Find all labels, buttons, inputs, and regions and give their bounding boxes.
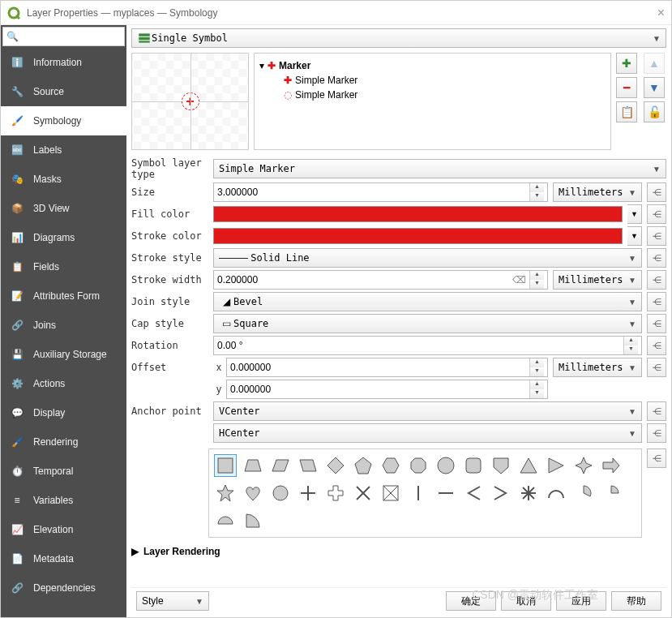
cap-style-dropdown[interactable]: ▭Square▼ [213, 314, 642, 333]
sidebar-item-joins[interactable]: 🔗Joins [1, 311, 126, 340]
sidebar-item-diagrams[interactable]: 📊Diagrams [1, 223, 126, 252]
data-override-button[interactable]: ⋲ [647, 204, 666, 224]
sidebar-item-masks[interactable]: 🎭Masks [1, 165, 126, 194]
shape-triangle-right[interactable] [545, 454, 567, 477]
shape-quarter2[interactable] [242, 509, 264, 532]
shape-plus-thick[interactable] [324, 482, 347, 504]
shape-palette[interactable] [208, 448, 642, 538]
shape-octagon[interactable] [407, 454, 430, 477]
size-input[interactable]: 3.000000▲▼ [213, 182, 548, 202]
remove-layer-button[interactable]: ━ [616, 77, 637, 98]
join-style-dropdown[interactable]: ◢Bevel▼ [213, 292, 642, 311]
sidebar-item-variables[interactable]: ≡Variables [1, 486, 126, 515]
sidebar-item-temporal[interactable]: ⏱️Temporal [1, 457, 126, 486]
sidebar-item-elevation[interactable]: 📈Elevation [1, 515, 126, 544]
size-unit-dropdown[interactable]: Millimeters▼ [553, 182, 642, 202]
sidebar-item-fields[interactable]: 📋Fields [1, 252, 126, 281]
shape-parallelogram[interactable] [269, 454, 292, 477]
sidebar-item-rendering[interactable]: 🖌️Rendering [1, 427, 126, 457]
stroke-style-dropdown[interactable]: ——— Solid Line▼ [213, 248, 642, 268]
anchor-h-dropdown[interactable]: HCenter▼ [213, 423, 642, 443]
sidebar-item-information[interactable]: ℹ️Information [1, 48, 126, 77]
shape-star5[interactable] [214, 482, 237, 504]
sidebar-item-symbology[interactable]: 🖌️Symbology [1, 106, 126, 135]
data-override-button[interactable]: ⋲ [647, 182, 666, 202]
shape-x-box[interactable] [379, 482, 402, 504]
symbol-layer-tree[interactable]: ▾✚ Marker ✚ Simple Marker ◌ Simple Marke… [254, 53, 611, 150]
shape-roundsquare[interactable] [462, 454, 485, 477]
search-input[interactable]: 🔍 [2, 27, 125, 46]
shape-diamond[interactable] [324, 454, 347, 477]
shape-hline[interactable] [434, 482, 457, 504]
shape-triangle[interactable] [517, 454, 540, 477]
symbol-mode-dropdown[interactable]: Single Symbol ▼ [131, 28, 666, 48]
help-button[interactable]: 帮助 [611, 591, 661, 611]
ok-button[interactable]: 确定 [446, 591, 496, 611]
stroke-color-dropdown[interactable]: ▼ [627, 226, 642, 246]
tree-expand-icon[interactable]: ▾ [259, 60, 264, 71]
shape-vline[interactable] [407, 482, 430, 504]
close-icon[interactable]: × [657, 6, 665, 20]
clear-icon[interactable]: ⌫ [512, 274, 526, 285]
stroke-width-input[interactable]: 0.200000⌫▲▼ [213, 270, 548, 290]
sidebar-item-dependencies[interactable]: 🔗Dependencies [1, 573, 126, 603]
data-override-button[interactable]: ⋲ [647, 336, 666, 355]
shape-shield[interactable] [490, 454, 512, 477]
data-override-button[interactable]: ⋲ [647, 314, 666, 333]
sidebar-item-metadata[interactable]: 📄Metadata [1, 544, 126, 573]
data-override-button[interactable]: ⋲ [647, 292, 666, 311]
rotation-input[interactable]: 0.00 °▲▼ [213, 336, 642, 355]
fill-color-picker[interactable] [213, 206, 623, 222]
offset-unit-dropdown[interactable]: Millimeters▼ [553, 358, 642, 377]
shape-rhombus[interactable] [297, 454, 319, 477]
data-override-button[interactable]: ⋲ [647, 226, 666, 246]
tree-child-label[interactable]: Simple Marker [295, 75, 357, 86]
shape-hexagon[interactable] [379, 454, 402, 477]
style-menu-button[interactable]: Style▼ [136, 591, 209, 611]
apply-button[interactable]: 应用 [556, 591, 606, 611]
data-override-button[interactable]: ⋲ [647, 248, 666, 268]
sidebar-item-3d-view[interactable]: 📦3D View [1, 194, 126, 223]
data-override-button[interactable]: ⋲ [647, 401, 666, 421]
stroke-color-picker[interactable] [213, 228, 623, 244]
data-override-button[interactable]: ⋲ [647, 358, 666, 377]
tree-child-label[interactable]: Simple Marker [295, 89, 357, 101]
shape-heart[interactable] [242, 482, 264, 504]
offset-y-input[interactable]: 0.000000▲▼ [226, 380, 548, 399]
cancel-button[interactable]: 取消 [501, 591, 551, 611]
add-layer-button[interactable]: ✚ [616, 53, 637, 74]
shape-asterisk[interactable] [517, 482, 540, 504]
sidebar-item-display[interactable]: 💬Display [1, 398, 126, 427]
sidebar-item-auxiliary-storage[interactable]: 💾Auxiliary Storage [1, 340, 126, 369]
lock-button[interactable]: 🔓 [644, 101, 665, 122]
shape-x[interactable] [352, 482, 375, 504]
shape-star4[interactable] [572, 454, 595, 477]
shape-square[interactable] [214, 454, 237, 477]
layer-rendering-section[interactable]: ▶Layer Rendering [131, 546, 666, 557]
shape-arrow[interactable] [600, 454, 623, 477]
duplicate-layer-button[interactable]: 📋 [616, 101, 637, 122]
shape-plus[interactable] [297, 482, 319, 504]
sidebar-item-labels[interactable]: 🔤Labels [1, 135, 126, 165]
sidebar-item-attributes-form[interactable]: 📝Attributes Form [1, 281, 126, 311]
data-override-button[interactable]: ⋲ [647, 423, 666, 443]
shape-arrowhead-right[interactable] [490, 482, 512, 504]
data-override-button[interactable]: ⋲ [647, 448, 666, 468]
shape-semicircle[interactable] [214, 509, 237, 532]
data-override-button[interactable]: ⋲ [647, 270, 666, 290]
shape-trapezoid[interactable] [242, 454, 264, 477]
sidebar-item-source[interactable]: 🔧Source [1, 77, 126, 106]
anchor-v-dropdown[interactable]: VCenter▼ [213, 401, 642, 421]
shape-circle[interactable] [269, 482, 292, 504]
symbol-layer-type-dropdown[interactable]: Simple Marker▼ [213, 159, 666, 178]
shape-arrowhead-left[interactable] [462, 482, 485, 504]
fill-color-dropdown[interactable]: ▼ [627, 204, 642, 224]
shape-quarter[interactable] [600, 482, 623, 504]
shape-halfarc[interactable] [545, 482, 567, 504]
shape-decagon[interactable] [434, 454, 457, 477]
sidebar-item-actions[interactable]: ⚙️Actions [1, 369, 126, 398]
offset-x-input[interactable]: 0.000000▲▼ [226, 358, 548, 377]
shape-third[interactable] [572, 482, 595, 504]
move-down-button[interactable]: ▼ [644, 77, 665, 98]
stroke-width-unit-dropdown[interactable]: Millimeters▼ [553, 270, 642, 290]
